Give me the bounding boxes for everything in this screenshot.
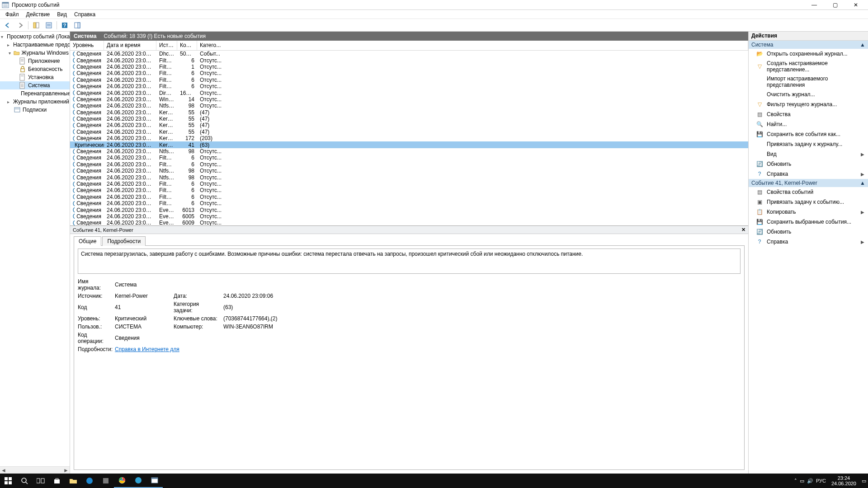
col-level[interactable]: Уровень bbox=[70, 41, 104, 50]
panel-button[interactable] bbox=[71, 20, 83, 31]
table-row[interactable]: iСведения24.06.2020 23:09:29Directo...16… bbox=[70, 89, 748, 96]
expand-icon[interactable]: ▾ bbox=[7, 51, 12, 56]
table-row[interactable]: iСведения24.06.2020 23:09:03Ntfs (...98О… bbox=[70, 168, 748, 174]
eventviewer-taskbar-icon[interactable] bbox=[146, 474, 163, 488]
table-row[interactable]: iСведения24.06.2020 23:09:30EventL...600… bbox=[70, 213, 748, 220]
tray-volume-icon[interactable]: 🔊 bbox=[807, 478, 813, 484]
action-item[interactable]: 🔄Обновить bbox=[749, 159, 868, 169]
tray-lang[interactable]: РУС bbox=[816, 478, 826, 483]
tree-scrollbar[interactable]: ◄► bbox=[0, 466, 70, 474]
table-row[interactable]: iСведения24.06.2020 23:09:05Ntfs (...98О… bbox=[70, 148, 748, 155]
table-row[interactable]: iСведения24.06.2020 23:09:30Dhcp-...5003… bbox=[70, 51, 748, 57]
table-row[interactable]: iСведения24.06.2020 23:09:05FilterM...6О… bbox=[70, 155, 748, 161]
tree-security[interactable]: Безопасность bbox=[0, 65, 70, 73]
tray-chevron-icon[interactable]: ˄ bbox=[794, 478, 797, 484]
menu-file[interactable]: Файл bbox=[2, 10, 23, 19]
forward-button[interactable] bbox=[14, 20, 26, 31]
properties-button[interactable] bbox=[43, 20, 55, 31]
table-row[interactable]: iСведения24.06.2020 23:08:55FilterM...6О… bbox=[70, 200, 748, 206]
taskview-button[interactable] bbox=[33, 474, 49, 488]
tray-network-icon[interactable]: ▭ bbox=[800, 478, 804, 484]
table-row[interactable]: iСведения24.06.2020 23:09:30FilterM...6О… bbox=[70, 83, 748, 89]
table-row[interactable]: iСведения24.06.2020 23:09:30FilterM...6О… bbox=[70, 70, 748, 76]
col-code[interactable]: Код со... bbox=[177, 41, 197, 50]
table-row[interactable]: iСведения24.06.2020 23:09:08Kernel-...55… bbox=[70, 122, 748, 128]
tree-application[interactable]: Приложение bbox=[0, 57, 70, 65]
action-item[interactable]: Вид▶ bbox=[749, 149, 868, 159]
action-item[interactable]: ?Справка▶ bbox=[749, 169, 868, 179]
chrome-icon[interactable] bbox=[114, 474, 130, 488]
tree-setup[interactable]: Установка bbox=[0, 73, 70, 81]
edge-icon[interactable] bbox=[81, 474, 98, 488]
tree-windows-logs[interactable]: ▾ Журналы Windows bbox=[0, 49, 70, 57]
menu-view[interactable]: Вид bbox=[53, 10, 71, 19]
actions-section-system[interactable]: Система▲ bbox=[749, 41, 868, 49]
table-row[interactable]: iСведения24.06.2020 23:09:08Kernel-...55… bbox=[70, 109, 748, 116]
tree-subscriptions[interactable]: Подписки bbox=[0, 106, 70, 114]
action-item[interactable]: 📂Открыть сохраненный журнал... bbox=[749, 49, 868, 59]
app2-icon[interactable] bbox=[130, 474, 146, 488]
taskbar-clock[interactable]: 23:24 24.06.2020 bbox=[829, 475, 859, 486]
tree-system[interactable]: Система bbox=[0, 81, 70, 89]
action-item[interactable]: 🔍Найти... bbox=[749, 119, 868, 129]
table-row[interactable]: iСведения24.06.2020 23:08:55FilterM...6О… bbox=[70, 194, 748, 200]
table-row[interactable]: iСведения24.06.2020 23:09:30FilterM...1О… bbox=[70, 64, 748, 70]
maximize-button[interactable]: ▢ bbox=[825, 0, 845, 9]
action-item[interactable]: 🔄Обновить bbox=[749, 227, 868, 237]
explorer-icon[interactable] bbox=[65, 474, 81, 488]
table-row[interactable]: iСведения24.06.2020 23:09:04FilterM...6О… bbox=[70, 161, 748, 168]
action-item[interactable]: Привязать задачу к журналу... bbox=[749, 139, 868, 149]
detail-link[interactable]: Справка в Интернете для bbox=[115, 346, 741, 352]
table-row[interactable]: iСведения24.06.2020 23:08:55FilterM...6О… bbox=[70, 187, 748, 193]
event-rows[interactable]: iСведения24.06.2020 23:09:30Dhcp-...5003… bbox=[70, 51, 748, 225]
actions-section-event[interactable]: Событие 41, Kernel-Power▲ bbox=[749, 179, 868, 187]
collapse-icon[interactable]: ▲ bbox=[860, 180, 865, 186]
start-button[interactable] bbox=[0, 474, 16, 488]
action-item[interactable]: ▣Привязать задачу к событию... bbox=[749, 197, 868, 207]
expand-icon[interactable]: ▾ bbox=[1, 34, 3, 39]
action-item[interactable]: ?Справка▶ bbox=[749, 237, 868, 247]
action-item[interactable]: Импорт настраиваемого представления bbox=[749, 74, 868, 89]
search-button[interactable] bbox=[16, 474, 33, 488]
expand-icon[interactable]: ▸ bbox=[7, 99, 9, 104]
action-item[interactable]: ▽Создать настраиваемое представление... bbox=[749, 59, 868, 74]
table-row[interactable]: iСведения24.06.2020 23:08:59Ntfs (...98О… bbox=[70, 174, 748, 180]
col-date[interactable]: Дата и время bbox=[104, 41, 156, 50]
detail-close-button[interactable]: ✕ bbox=[741, 227, 745, 233]
table-row[interactable]: Критический24.06.2020 23:09:06Kernel-...… bbox=[70, 141, 748, 148]
table-row[interactable]: iСведения24.06.2020 23:09:08Kernel-...55… bbox=[70, 116, 748, 122]
tree-custom-views[interactable]: ▸ Настраиваемые представле bbox=[0, 41, 70, 49]
action-item[interactable]: ▤Свойства bbox=[749, 109, 868, 119]
action-item[interactable]: ▤Свойства событий bbox=[749, 187, 868, 197]
menu-help[interactable]: Справка bbox=[71, 10, 99, 19]
tree-forwarded[interactable]: Перенаправленные соб bbox=[0, 89, 70, 98]
action-item[interactable]: 💾Сохранить все события как... bbox=[749, 129, 868, 139]
table-row[interactable]: iСведения24.06.2020 23:09:30EventL...600… bbox=[70, 220, 748, 225]
table-row[interactable]: iСведения24.06.2020 23:08:55FilterM...6О… bbox=[70, 181, 748, 187]
table-row[interactable]: iСведения24.06.2020 23:09:30EventL...601… bbox=[70, 206, 748, 213]
close-button[interactable]: ✕ bbox=[845, 0, 866, 9]
action-item[interactable]: ▽Фильтр текущего журнала... bbox=[749, 99, 868, 109]
app-icon[interactable] bbox=[98, 474, 114, 488]
table-row[interactable]: iСведения24.06.2020 23:09:30FilterM...6О… bbox=[70, 57, 748, 63]
collapse-icon[interactable]: ▲ bbox=[860, 42, 865, 48]
help-button[interactable]: ? bbox=[59, 20, 71, 31]
table-row[interactable]: iСведения24.06.2020 23:09:08Kernel-...55… bbox=[70, 129, 748, 135]
table-row[interactable]: iСведения24.06.2020 23:09:06Kernel-...17… bbox=[70, 135, 748, 141]
tab-details[interactable]: Подробности bbox=[102, 236, 146, 246]
menu-action[interactable]: Действие bbox=[23, 10, 54, 19]
action-item[interactable]: Очистить журнал... bbox=[749, 89, 868, 99]
expand-icon[interactable]: ▸ bbox=[7, 42, 9, 47]
tree-apps-services[interactable]: ▸ Журналы приложений и сл bbox=[0, 98, 70, 106]
tab-general[interactable]: Общие bbox=[74, 236, 101, 246]
tree-root[interactable]: ▾ Просмотр событий (Локальны bbox=[0, 33, 70, 41]
nav-tree[interactable]: ▾ Просмотр событий (Локальны ▸ Настраива… bbox=[0, 32, 70, 474]
table-row[interactable]: iСведения24.06.2020 23:09:30FilterM...6О… bbox=[70, 77, 748, 83]
tray-notifications-icon[interactable]: ▭ bbox=[862, 478, 866, 484]
table-row[interactable]: iСведения24.06.2020 23:09:24Ntfs (...98О… bbox=[70, 103, 748, 109]
action-item[interactable]: 💾Сохранить выбранные события... bbox=[749, 217, 868, 227]
back-button[interactable] bbox=[2, 20, 14, 31]
show-tree-button[interactable] bbox=[30, 20, 42, 31]
minimize-button[interactable]: — bbox=[804, 0, 825, 9]
col-source[interactable]: Источ... bbox=[156, 41, 177, 50]
